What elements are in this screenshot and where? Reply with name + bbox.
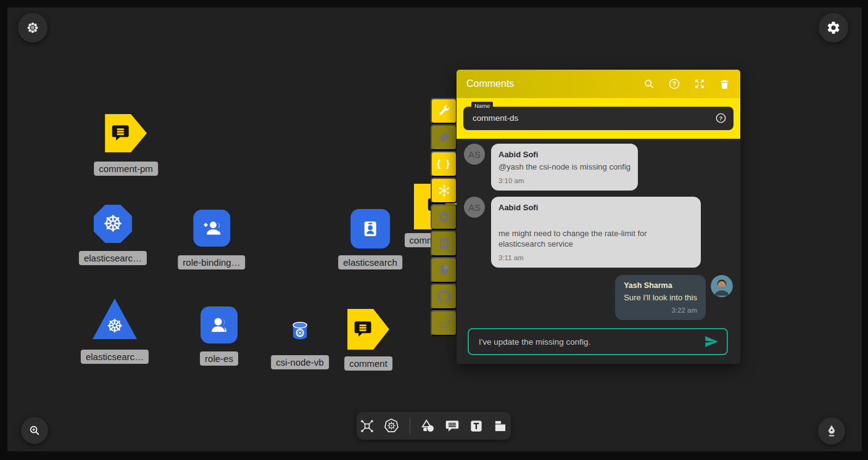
people-icon bbox=[208, 314, 230, 336]
node-label: elasticsearc… bbox=[79, 251, 147, 265]
pen-nib-icon bbox=[824, 424, 839, 438]
workflow-tool-button[interactable] bbox=[359, 418, 375, 434]
panel-title: Comments bbox=[466, 78, 643, 89]
help-icon: ? bbox=[668, 78, 680, 90]
svg-text:?: ? bbox=[672, 81, 676, 88]
note-icon bbox=[492, 418, 508, 434]
app-window: comment-pm ☸ elasticsearc… role-binding…… bbox=[0, 0, 868, 460]
node-action-toolbar: { } bbox=[431, 98, 457, 336]
history-button[interactable] bbox=[431, 310, 457, 336]
json-config-button[interactable]: { } bbox=[431, 151, 457, 177]
message-time: 3:11 am bbox=[498, 254, 693, 261]
triangle-shape: ☸ bbox=[93, 298, 137, 339]
name-field-label: Name bbox=[471, 102, 493, 110]
tag-button[interactable] bbox=[431, 125, 457, 150]
wrench-icon bbox=[437, 104, 451, 118]
node-role-binding[interactable]: role-binding… bbox=[178, 210, 245, 269]
message-text: Sure I'll look into this bbox=[624, 292, 697, 303]
name-field-section: Name comment-ds ? bbox=[457, 98, 740, 139]
name-field-value[interactable]: comment-ds bbox=[463, 107, 734, 130]
security-button[interactable] bbox=[431, 257, 457, 283]
zoom-button[interactable] bbox=[21, 417, 48, 444]
settings-button[interactable] bbox=[431, 204, 457, 230]
comment-bubble-icon bbox=[351, 318, 374, 341]
settings-button[interactable] bbox=[819, 13, 848, 43]
comment-input[interactable] bbox=[477, 337, 703, 347]
search-button[interactable] bbox=[643, 78, 655, 90]
validate-button[interactable] bbox=[431, 231, 457, 257]
search-icon bbox=[643, 78, 655, 90]
node-elasticsearch-octagon[interactable]: ☸ elasticsearc… bbox=[79, 205, 147, 265]
send-button[interactable] bbox=[703, 334, 719, 350]
node-elasticsearch-triangle[interactable]: ☸ elasticsearc… bbox=[81, 298, 149, 364]
node-csi-node-vb[interactable]: csi-node-vb bbox=[271, 320, 329, 369]
configure-button[interactable] bbox=[431, 98, 457, 124]
comments-list[interactable]: AS Aabid Sofi @yash the csi-node is miss… bbox=[457, 139, 740, 324]
history-icon bbox=[437, 316, 451, 330]
doc-search-icon bbox=[437, 237, 451, 250]
comment-icon bbox=[444, 418, 460, 434]
name-field[interactable]: Name comment-ds ? bbox=[463, 107, 734, 130]
comments-panel: Comments ? Name comment-ds bbox=[457, 70, 740, 364]
node-role-es[interactable]: role-es bbox=[200, 306, 238, 366]
relationships-button[interactable] bbox=[431, 178, 457, 203]
message-author: Yash Sharma bbox=[624, 281, 697, 290]
settings-gear-icon bbox=[826, 20, 841, 35]
tag-icon bbox=[437, 131, 451, 144]
shapes-tool-button[interactable] bbox=[420, 418, 436, 434]
comment-message: Yash Sharma Sure I'll look into this 3:2… bbox=[464, 275, 734, 320]
message-text: me might need to change the rate-limit f… bbox=[498, 228, 693, 249]
avatar-photo bbox=[711, 275, 733, 297]
delete-button[interactable] bbox=[719, 78, 730, 90]
message-text: @yash the csi-node is missing config bbox=[498, 162, 630, 172]
expand-button[interactable] bbox=[693, 78, 706, 90]
node-elasticsearch-serviceaccount[interactable]: elasticsearch bbox=[338, 209, 402, 269]
node-label: comment bbox=[344, 356, 392, 371]
toolbar-divider bbox=[410, 418, 410, 434]
comments-panel-header[interactable]: Comments ? bbox=[457, 70, 740, 98]
node-label: elasticsearch bbox=[338, 255, 402, 269]
avatar: AS bbox=[464, 197, 485, 218]
note-tool-button[interactable] bbox=[492, 418, 508, 434]
workflow-icon bbox=[359, 418, 375, 434]
comment-message: AS Aabid Sofi @yash the csi-node is miss… bbox=[464, 144, 734, 191]
message-time: 3:10 am bbox=[498, 177, 630, 184]
gear-icon bbox=[437, 210, 451, 224]
zoom-in-icon bbox=[28, 424, 41, 437]
github-icon bbox=[437, 290, 451, 303]
comment-composer bbox=[468, 328, 728, 355]
message-bubble: Aabid Sofi me might need to change the r… bbox=[491, 197, 701, 268]
comment-tool-button[interactable] bbox=[444, 418, 460, 434]
rounded-square-shape bbox=[350, 209, 390, 248]
kubernetes-icon bbox=[383, 417, 400, 434]
kubernetes-tool-button[interactable] bbox=[383, 417, 400, 434]
trash-icon bbox=[719, 78, 730, 90]
message-bubble: Aabid Sofi @yash the csi-node is missing… bbox=[491, 144, 638, 191]
comment-bubble-icon bbox=[109, 121, 132, 145]
name-help-button[interactable]: ? bbox=[715, 112, 727, 126]
message-author: Aabid Sofi bbox=[498, 150, 630, 159]
kubernetes-wheel-icon: ☸ bbox=[103, 213, 123, 235]
shield-icon bbox=[437, 263, 451, 277]
expand-icon bbox=[693, 78, 706, 90]
app-menu-button[interactable] bbox=[18, 13, 48, 43]
message-author: Aabid Sofi bbox=[498, 203, 693, 212]
node-label: role-es bbox=[200, 351, 238, 366]
shape-toolbar bbox=[357, 412, 511, 440]
node-comment-pm[interactable]: comment-pm bbox=[94, 114, 158, 176]
text-tool-button[interactable] bbox=[468, 418, 484, 434]
send-icon bbox=[703, 334, 719, 350]
pen-tool-button[interactable] bbox=[818, 417, 845, 445]
octagon-shape: ☸ bbox=[94, 205, 132, 243]
node-comment[interactable]: comment bbox=[344, 309, 392, 371]
node-label: comment-pm bbox=[94, 162, 158, 176]
help-button[interactable]: ? bbox=[668, 78, 680, 90]
avatar: AS bbox=[464, 144, 485, 165]
rounded-square-shape bbox=[200, 306, 238, 343]
github-button[interactable] bbox=[431, 284, 457, 310]
id-badge-icon bbox=[358, 217, 382, 240]
cylinder-shape bbox=[289, 320, 310, 342]
panel-header-actions: ? bbox=[643, 78, 730, 90]
pentagon-shape bbox=[105, 114, 147, 152]
text-icon bbox=[468, 418, 484, 434]
